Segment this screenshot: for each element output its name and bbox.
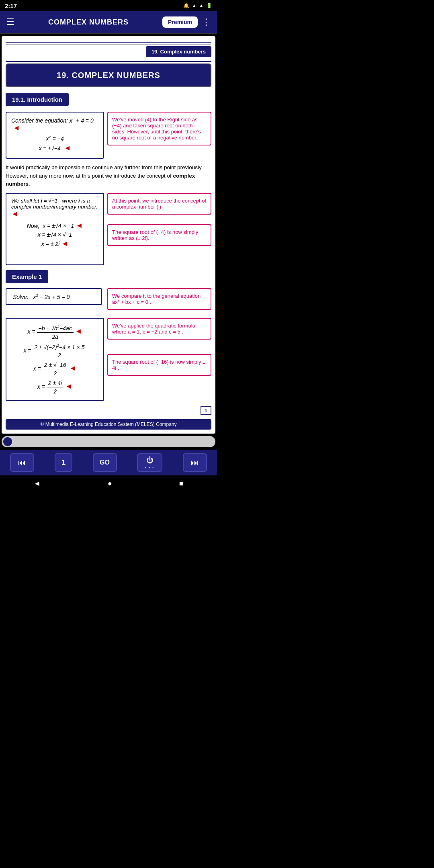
android-nav: ◄ ● ■ <box>0 475 217 491</box>
solve-annot-text: We compare it to the general equation ax… <box>112 293 201 305</box>
status-icons: 🔔 ▲ ▲ 🔋 <box>183 3 212 8</box>
status-time: 2:17 <box>5 2 17 9</box>
bottom-nav: ⏮ 1 GO ⏻ • • • ⏭ <box>0 450 217 475</box>
quad-annotation2: We've applied the quadratic formula wher… <box>107 318 211 340</box>
divider-top <box>6 42 211 43</box>
app-header: ☰ COMPLEX NUMBERS Premium ⋮ <box>0 11 217 34</box>
solve-annotation-col: We compare it to the general equation ax… <box>107 288 211 313</box>
battery-icon: 🔋 <box>206 3 212 8</box>
subsection-label: 19.1. Introduction <box>6 93 69 106</box>
imaginary-line1: We shall let i = √−1 where i is a comple… <box>11 198 98 218</box>
arrow8: ◄ <box>65 383 72 391</box>
imaginary-annotations: At this point, we introduce the concept … <box>107 193 211 265</box>
quad-line3: x = 2 ± 4i 2 ◄ <box>11 380 98 395</box>
imaginary-line2: Now; x = ±√4 × −1 ◄ <box>11 221 98 230</box>
footer-copyright: © Multimedia E-Learning Education System… <box>6 419 211 430</box>
solve-label: Solve: <box>13 294 29 300</box>
quad-line1: x = 2 ± √(−2)2−4 × 1 × 5 2 <box>11 343 98 359</box>
home-nav-icon[interactable]: ● <box>108 479 112 488</box>
header-title: COMPLEX NUMBERS <box>48 18 129 27</box>
solve-annotation1: We compare it to the general equation ax… <box>107 288 211 310</box>
back-button[interactable]: ⏮ <box>10 453 34 472</box>
divider2 <box>6 61 211 62</box>
intro-eq-box: Consider the equation: x2 + 4 = 0 ◄ x2 =… <box>6 112 104 159</box>
solve-row: Solve: x2 − 2x + 5 = 0 We compare it to … <box>6 288 211 313</box>
imaginary-annotation1: At this point, we introduce the concept … <box>107 193 211 215</box>
premium-button[interactable]: Premium <box>162 16 198 28</box>
page-number: 1 <box>201 406 211 415</box>
more-icon[interactable]: ⋮ <box>202 17 211 27</box>
imaginary-line4: x = ± 2i ◄ <box>11 240 98 248</box>
arrow1: ◄ <box>13 124 20 132</box>
power-button[interactable]: ⏻ • • • <box>137 453 162 472</box>
signal-icon: ▲ <box>199 3 204 8</box>
quad-annotations: We've applied the quadratic formula wher… <box>107 318 211 401</box>
eq2-line: x2 = −4 <box>11 135 98 142</box>
content-area: 19. Complex numbers 19. COMPLEX NUMBERS … <box>2 36 215 434</box>
eq3-line: x = ±√−4 ◄ <box>11 144 98 152</box>
top-nav: 19. Complex numbers <box>6 46 211 57</box>
divider-thin <box>6 44 211 45</box>
quad-fraction3: 2 ± √−16 2 <box>43 362 68 377</box>
section-title: 19. COMPLEX NUMBERS <box>6 63 211 87</box>
wifi-icon: ▲ <box>192 3 197 8</box>
power-dots: • • • <box>145 465 154 469</box>
consider-text: Consider the equation: <box>11 117 70 124</box>
forward-button[interactable]: ⏭ <box>183 453 207 472</box>
power-icon: ⏻ <box>146 456 154 465</box>
example-label: Example 1 <box>6 270 48 283</box>
header-actions: Premium ⋮ <box>162 16 211 28</box>
imaginary-row: We shall let i = √−1 where i is a comple… <box>6 193 211 265</box>
recent-nav-icon[interactable]: ■ <box>179 479 184 488</box>
eq-consider-label: Consider the equation: x2 + 4 = 0 ◄ <box>11 117 98 132</box>
status-bar: 2:17 🔔 ▲ ▲ 🔋 <box>0 0 217 11</box>
intro-equation-row: Consider the equation: x2 + 4 = 0 ◄ x2 =… <box>6 112 211 159</box>
intro-equation-left: Consider the equation: x2 + 4 = 0 ◄ x2 =… <box>6 112 104 159</box>
notification-icon: 🔔 <box>183 3 189 8</box>
intro-annotation1: We've moved (4) to the Right side as (−4… <box>107 112 211 145</box>
quad-annotation3: The square root of (−16) is now simply ±… <box>107 354 211 376</box>
x-eq: x = <box>28 328 37 335</box>
arrow3: ◄ <box>11 210 18 218</box>
imaginary-line3: x = ±√4 × √−1 <box>11 231 98 238</box>
quad-formula-line: x = −b ± √b2−4ac 2a ◄ <box>11 324 98 340</box>
quad-row: x = −b ± √b2−4ac 2a ◄ x = 2 ± √(−2)2−4 ×… <box>6 318 211 401</box>
imaginary-left: We shall let i = √−1 where i is a comple… <box>6 193 104 265</box>
quad-left: x = −b ± √b2−4ac 2a ◄ x = 2 ± √(−2)2−4 ×… <box>6 318 104 401</box>
back-nav-icon[interactable]: ◄ <box>33 479 41 488</box>
imaginary-eq-box: We shall let i = √−1 where i is a comple… <box>6 193 104 265</box>
para-end: . <box>29 181 30 187</box>
eq1-text: x2 + 4 = 0 <box>70 117 94 124</box>
go-button[interactable]: GO <box>93 453 117 472</box>
arrow6: ◄ <box>75 327 82 335</box>
quad-fraction1: −b ± √b2−4ac 2a <box>37 324 74 340</box>
intro-paragraph: It would practically be impossible to co… <box>6 164 211 188</box>
quad-eq-box: x = −b ± √b2−4ac 2a ◄ x = 2 ± √(−2)2−4 ×… <box>6 318 104 401</box>
arrow5: ◄ <box>61 240 68 248</box>
arrow7: ◄ <box>69 364 76 373</box>
menu-icon[interactable]: ☰ <box>6 17 14 27</box>
solve-left: Solve: x2 − 2x + 5 = 0 <box>6 288 104 313</box>
quad-fraction4: 2 ± 4i 2 <box>47 380 63 395</box>
page-number-input[interactable]: 1 <box>55 453 72 472</box>
quad-fraction2: 2 ± √(−2)2−4 × 1 × 5 2 <box>33 343 86 359</box>
arrow2: ◄ <box>64 144 71 152</box>
arrow4: ◄ <box>76 221 83 229</box>
imaginary-annotation2: The square root of (−4) is now simply wr… <box>107 224 211 246</box>
page-num-box: 1 <box>6 406 211 415</box>
progress-dot <box>3 437 12 446</box>
progress-bar[interactable] <box>2 436 215 447</box>
intro-annotation-col: We've moved (4) to the Right side as (−4… <box>107 112 211 159</box>
quad-line2: x = 2 ± √−16 2 ◄ <box>11 362 98 377</box>
nav-badge[interactable]: 19. Complex numbers <box>146 46 211 57</box>
solve-equation: Solve: x2 − 2x + 5 = 0 <box>6 288 102 305</box>
